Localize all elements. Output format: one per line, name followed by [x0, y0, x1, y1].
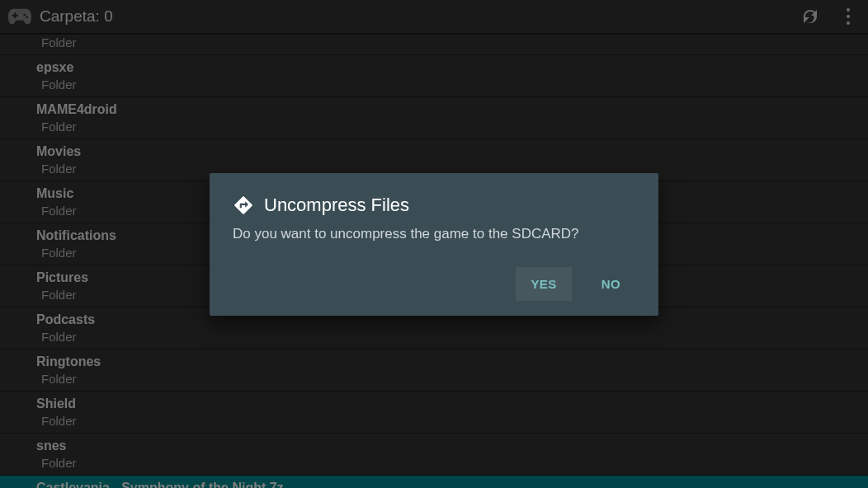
dialog-actions: Yes No [210, 256, 658, 316]
dialog-header: Uncompress Files [210, 195, 658, 226]
dialog-title: Uncompress Files [264, 195, 409, 216]
dialog-message: Do you want to uncompress the game to th… [210, 226, 658, 256]
no-button[interactable]: No [587, 267, 635, 301]
directions-icon [233, 195, 254, 216]
dialog-overlay[interactable]: Uncompress Files Do you want to uncompre… [0, 0, 868, 488]
yes-button[interactable]: Yes [516, 267, 571, 301]
uncompress-dialog: Uncompress Files Do you want to uncompre… [210, 173, 658, 316]
